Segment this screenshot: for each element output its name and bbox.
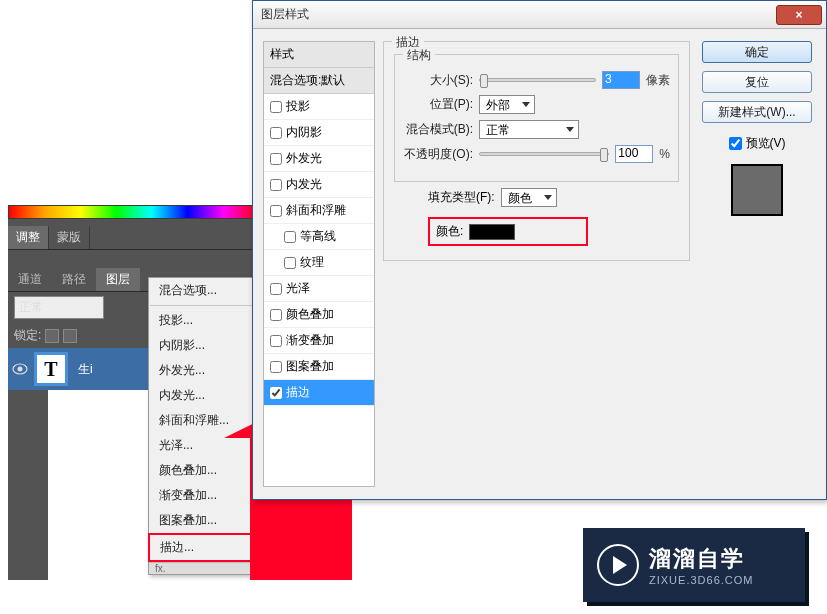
chk-gradient-overlay[interactable] xyxy=(270,335,282,347)
preview-checkbox-row[interactable]: 预览(V) xyxy=(729,135,786,152)
position-select[interactable]: 外部 xyxy=(479,95,535,114)
blend-select[interactable]: 正常 xyxy=(479,120,579,139)
size-label: 大小(S): xyxy=(403,72,473,89)
color-label: 颜色: xyxy=(436,223,463,240)
menu-inner-shadow[interactable]: 内阴影... xyxy=(149,333,263,358)
style-stroke[interactable]: 描边 xyxy=(264,380,374,406)
size-row: 大小(S): 3 像素 xyxy=(403,71,670,89)
opacity-input[interactable]: 100 xyxy=(615,145,653,163)
tab-adjust[interactable]: 调整 xyxy=(8,226,49,249)
watermark-logo: 溜溜自学 ZIXUE.3D66.COM xyxy=(583,528,805,602)
blend-row: 混合模式(B): 正常 xyxy=(403,120,670,139)
blend-defaults[interactable]: 混合选项:默认 xyxy=(264,68,374,94)
tab-layers[interactable]: 图层 xyxy=(96,268,140,291)
menu-outer-glow[interactable]: 外发光... xyxy=(149,358,263,383)
style-texture[interactable]: 纹理 xyxy=(264,250,374,276)
dialog-buttons: 确定 复位 新建样式(W)... 预览(V) xyxy=(698,41,816,487)
menu-stroke[interactable]: 描边... xyxy=(148,533,264,562)
menu-pattern-overlay[interactable]: 图案叠加... xyxy=(149,508,263,533)
preview-swatch xyxy=(731,164,783,216)
menu-gradient-overlay[interactable]: 渐变叠加... xyxy=(149,483,263,508)
style-gradient-overlay[interactable]: 渐变叠加 xyxy=(264,328,374,354)
fill-label: 填充类型(F): xyxy=(428,189,495,206)
lock-transparent-icon[interactable] xyxy=(45,329,59,343)
blend-label: 混合模式(B): xyxy=(403,121,473,138)
layer-name[interactable]: 生i xyxy=(74,361,97,378)
lbl-color-overlay: 颜色叠加 xyxy=(286,306,334,323)
position-row: 位置(P): 外部 xyxy=(403,95,670,114)
tab-mask[interactable]: 蒙版 xyxy=(49,226,90,249)
stroke-settings: 描边 结构 大小(S): 3 像素 位置(P): 外部 混合模式(B): xyxy=(383,41,690,487)
size-slider[interactable] xyxy=(479,78,596,82)
structure-fieldset: 结构 大小(S): 3 像素 位置(P): 外部 混合模式(B): 正常 xyxy=(394,54,679,182)
preview-label: 预览(V) xyxy=(746,135,786,152)
logo-url: ZIXUE.3D66.COM xyxy=(649,574,753,586)
style-contour[interactable]: 等高线 xyxy=(264,224,374,250)
lbl-inner-shadow: 内阴影 xyxy=(286,124,322,141)
dialog-title: 图层样式 xyxy=(261,6,309,23)
chk-texture[interactable] xyxy=(284,257,296,269)
panel-tabs: 调整 蒙版 xyxy=(8,226,260,250)
layer-style-dialog: 图层样式 × 样式 混合选项:默认 投影 内阴影 外发光 内发光 斜面和浮雕 等… xyxy=(252,0,827,500)
fill-select[interactable]: 颜色 xyxy=(501,188,557,207)
ok-button[interactable]: 确定 xyxy=(702,41,812,63)
visibility-icon[interactable] xyxy=(12,363,28,375)
style-list: 样式 混合选项:默认 投影 内阴影 外发光 内发光 斜面和浮雕 等高线 纹理 光… xyxy=(263,41,375,487)
menu-separator xyxy=(150,305,262,306)
lbl-drop-shadow: 投影 xyxy=(286,98,310,115)
color-swatch[interactable] xyxy=(469,224,515,240)
play-icon xyxy=(597,544,639,586)
menu-footer: fx. xyxy=(149,562,263,574)
tab-paths[interactable]: 路径 xyxy=(52,268,96,291)
close-button[interactable]: × xyxy=(776,5,822,25)
chk-satin[interactable] xyxy=(270,283,282,295)
lock-pixels-icon[interactable] xyxy=(63,329,77,343)
chk-outer-glow[interactable] xyxy=(270,153,282,165)
style-bevel[interactable]: 斜面和浮雕 xyxy=(264,198,374,224)
chk-contour[interactable] xyxy=(284,231,296,243)
menu-color-overlay[interactable]: 颜色叠加... xyxy=(149,458,263,483)
style-inner-shadow[interactable]: 内阴影 xyxy=(264,120,374,146)
chk-color-overlay[interactable] xyxy=(270,309,282,321)
layer-blend-select[interactable]: 正常 xyxy=(14,296,104,319)
chk-stroke[interactable] xyxy=(270,387,282,399)
new-style-button[interactable]: 新建样式(W)... xyxy=(702,101,812,123)
lbl-satin: 光泽 xyxy=(286,280,310,297)
reset-button[interactable]: 复位 xyxy=(702,71,812,93)
style-list-header[interactable]: 样式 xyxy=(264,42,374,68)
style-drop-shadow[interactable]: 投影 xyxy=(264,94,374,120)
lbl-contour: 等高线 xyxy=(300,228,336,245)
opacity-unit: % xyxy=(659,147,670,161)
position-label: 位置(P): xyxy=(403,96,473,113)
chk-inner-glow[interactable] xyxy=(270,179,282,191)
lbl-bevel: 斜面和浮雕 xyxy=(286,202,346,219)
lock-label: 锁定: xyxy=(14,327,41,344)
lbl-stroke: 描边 xyxy=(286,384,310,401)
lbl-inner-glow: 内发光 xyxy=(286,176,322,193)
menu-drop-shadow[interactable]: 投影... xyxy=(149,308,263,333)
dialog-title-bar[interactable]: 图层样式 × xyxy=(253,1,826,29)
menu-blend-options[interactable]: 混合选项... xyxy=(149,278,263,303)
style-outer-glow[interactable]: 外发光 xyxy=(264,146,374,172)
style-inner-glow[interactable]: 内发光 xyxy=(264,172,374,198)
lbl-pattern-overlay: 图案叠加 xyxy=(286,358,334,375)
stroke-fieldset: 描边 结构 大小(S): 3 像素 位置(P): 外部 混合模式(B): xyxy=(383,41,690,261)
layer-thumbnail[interactable]: T xyxy=(34,352,68,386)
lbl-gradient-overlay: 渐变叠加 xyxy=(286,332,334,349)
chk-drop-shadow[interactable] xyxy=(270,101,282,113)
logo-text: 溜溜自学 ZIXUE.3D66.COM xyxy=(649,544,753,586)
size-input[interactable]: 3 xyxy=(602,71,640,89)
color-spectrum[interactable] xyxy=(8,205,260,219)
preview-checkbox[interactable] xyxy=(729,137,742,150)
opacity-slider[interactable] xyxy=(479,152,609,156)
chk-bevel[interactable] xyxy=(270,205,282,217)
opacity-row: 不透明度(O): 100 % xyxy=(403,145,670,163)
svg-point-1 xyxy=(18,367,23,372)
chk-pattern-overlay[interactable] xyxy=(270,361,282,373)
style-satin[interactable]: 光泽 xyxy=(264,276,374,302)
style-pattern-overlay[interactable]: 图案叠加 xyxy=(264,354,374,380)
chk-inner-shadow[interactable] xyxy=(270,127,282,139)
tab-channels[interactable]: 通道 xyxy=(8,268,52,291)
style-color-overlay[interactable]: 颜色叠加 xyxy=(264,302,374,328)
color-row: 颜色: xyxy=(428,217,588,246)
